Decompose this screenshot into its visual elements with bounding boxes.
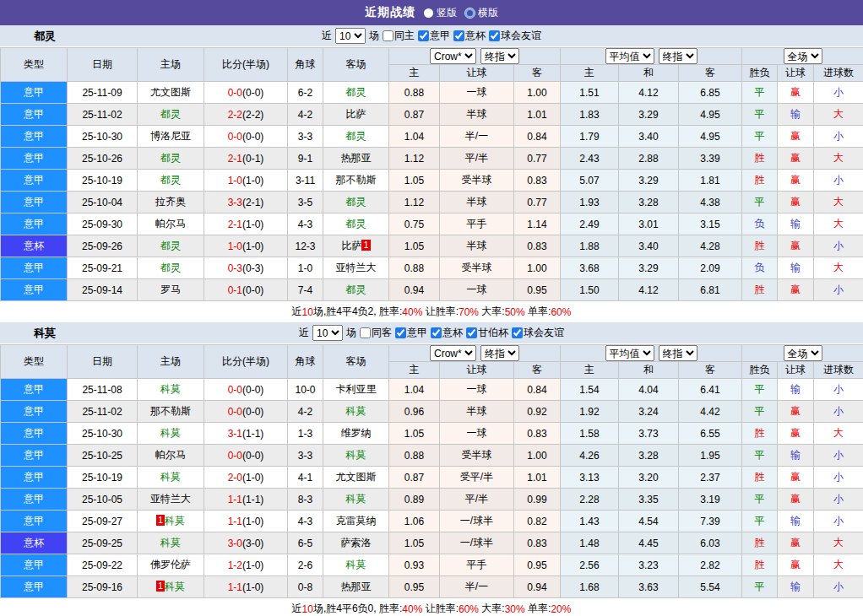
- score-cell: 2-2(2-2): [204, 104, 288, 126]
- sub-away: 客: [514, 65, 561, 82]
- halftime-score: (1-0): [242, 559, 263, 571]
- col-type: 类型: [1, 48, 68, 82]
- provider-final-select[interactable]: 终指: [480, 48, 519, 64]
- team-label: 都灵: [160, 152, 181, 164]
- fulltime-score: 1-2: [228, 559, 242, 571]
- average-odds-header: 平均值 终指: [561, 345, 742, 362]
- avg-home-odds: 1.43: [561, 511, 619, 532]
- goals-result-cell: 小: [814, 279, 863, 301]
- same-home-input[interactable]: [383, 30, 394, 41]
- match-row: 意甲25-10-25帕尔马0-0(0-0)3-3科莫0.88受半球1.004.2…: [1, 445, 863, 467]
- horizontal-layout-radio[interactable]: 横版: [465, 6, 498, 20]
- handicap-away-odds: 0.92: [514, 401, 561, 423]
- type-cell: 意甲: [1, 279, 68, 301]
- scope-select[interactable]: 全场: [784, 345, 822, 361]
- scope-select[interactable]: 全场: [784, 48, 822, 64]
- league-input[interactable]: [489, 30, 500, 41]
- team-label: 尤文图斯: [150, 86, 191, 98]
- provider-select[interactable]: Crow*: [430, 48, 476, 64]
- handicap-result-cell: 输: [778, 379, 814, 401]
- date-cell: 25-09-25: [68, 532, 138, 554]
- rounds-select[interactable]: 10: [335, 28, 366, 44]
- odds-provider-header: Crow* 终指: [389, 48, 561, 65]
- type-cell: 意甲: [1, 379, 68, 401]
- team-name: 科莫: [34, 326, 56, 341]
- handicap-result-cell: 赢: [778, 554, 814, 576]
- handicap-line: 半球: [440, 192, 514, 213]
- handicap-result-cell: 赢: [778, 170, 814, 192]
- league-input[interactable]: [466, 327, 477, 338]
- provider-final-select[interactable]: 终指: [480, 345, 519, 361]
- handicap-result-cell: 赢: [778, 401, 814, 423]
- provider-select[interactable]: Crow*: [430, 345, 476, 361]
- type-cell: 意甲: [1, 467, 68, 489]
- league-input[interactable]: [431, 327, 442, 338]
- league-checkbox-friendly[interactable]: 球会友谊: [512, 326, 564, 340]
- avg-draw-odds: 4.12: [619, 82, 679, 104]
- away-team-cell: 科莫: [323, 445, 389, 467]
- score-cell: 1-0(1-0): [204, 170, 288, 192]
- section-header: 科莫 近 10 场 同客 意甲 意杯 甘伯杯 球会友谊: [0, 322, 863, 344]
- summary-segment: 让胜率:: [422, 602, 459, 616]
- date-cell: 25-10-04: [68, 192, 138, 213]
- score-cell: 2-0(1-0): [204, 467, 288, 489]
- rounds-select[interactable]: 10: [312, 325, 343, 341]
- avg-draw-odds: 3.28: [619, 192, 679, 213]
- average-select[interactable]: 平均值: [605, 48, 654, 64]
- match-row: 意甲25-10-05亚特兰大1-1(1-1)8-3科莫0.89平/半0.992.…: [1, 489, 863, 511]
- team-label: 博洛尼亚: [150, 130, 191, 142]
- league-input[interactable]: [453, 30, 464, 41]
- date-cell: 25-10-19: [68, 467, 138, 489]
- score-cell: 2-1(0-1): [204, 148, 288, 170]
- league-checkbox-serie-a[interactable]: 意甲: [418, 29, 450, 43]
- league-checkbox-friendly[interactable]: 球会友谊: [489, 29, 541, 43]
- handicap-line: 半/一: [440, 576, 514, 598]
- league-input[interactable]: [418, 30, 429, 41]
- goals-result-cell: 大: [814, 423, 863, 445]
- team-label: 科莫: [346, 493, 366, 505]
- average-final-select[interactable]: 终指: [659, 345, 697, 361]
- league-checkbox-coppa[interactable]: 意杯: [431, 326, 463, 340]
- goals-result-cell: 小: [814, 126, 863, 148]
- sub-goals: 进球数: [814, 65, 863, 82]
- same-home-checkbox[interactable]: 同主: [383, 29, 415, 43]
- summary-segment: 场,胜4平6负0, 胜率:: [313, 602, 402, 616]
- match-row: 意甲25-10-30博洛尼亚0-0(0-0)3-3都灵1.04半/一0.841.…: [1, 126, 863, 148]
- scope-header: 全场: [742, 48, 863, 65]
- avg-away-odds: 7.39: [679, 511, 742, 532]
- summary-segment: 40%: [402, 603, 422, 615]
- handicap-away-odds: 0.83: [514, 423, 561, 445]
- league-checkbox-coppa[interactable]: 意杯: [453, 29, 486, 43]
- home-team-cell: 科莫: [138, 379, 204, 401]
- score-cell: 1-1(1-0): [204, 511, 288, 532]
- avg-home-odds: 3.13: [561, 467, 619, 489]
- same-away-checkbox[interactable]: 同客: [360, 326, 392, 340]
- league-input[interactable]: [512, 327, 523, 338]
- league-checkbox-serie-a[interactable]: 意甲: [395, 326, 427, 340]
- type-cell: 意甲: [1, 104, 68, 126]
- away-team-cell: 都灵: [323, 82, 389, 104]
- horizontal-radio-label: 横版: [478, 6, 498, 20]
- handicap-away-odds: 1.01: [514, 104, 561, 126]
- col-date: 日期: [68, 345, 138, 379]
- league-input[interactable]: [395, 327, 406, 338]
- goals-result-cell: 大: [814, 554, 863, 576]
- same-away-input[interactable]: [360, 327, 371, 338]
- average-select[interactable]: 平均值: [605, 345, 654, 361]
- sub-handicap: 让球: [440, 65, 514, 82]
- vertical-layout-radio[interactable]: 竖版: [424, 6, 457, 20]
- handicap-line: 一球: [440, 423, 514, 445]
- league-checkbox-gamper[interactable]: 甘伯杯: [466, 326, 508, 340]
- team-label: 都灵: [160, 174, 181, 186]
- avg-draw-odds: 3.23: [619, 554, 679, 576]
- sub-avg-draw: 和: [619, 362, 679, 379]
- goals-result-cell: 大: [814, 213, 863, 235]
- team-label: 科莫: [165, 515, 185, 527]
- score-cell: 0-3(0-3): [204, 257, 288, 279]
- type-cell: 意甲: [1, 445, 68, 467]
- date-cell: 25-10-25: [68, 445, 138, 467]
- average-final-select[interactable]: 终指: [659, 48, 697, 64]
- team-label: 科莫: [160, 427, 181, 439]
- summary-segment: 60%: [459, 603, 479, 615]
- handicap-line: 一/球半: [440, 532, 514, 554]
